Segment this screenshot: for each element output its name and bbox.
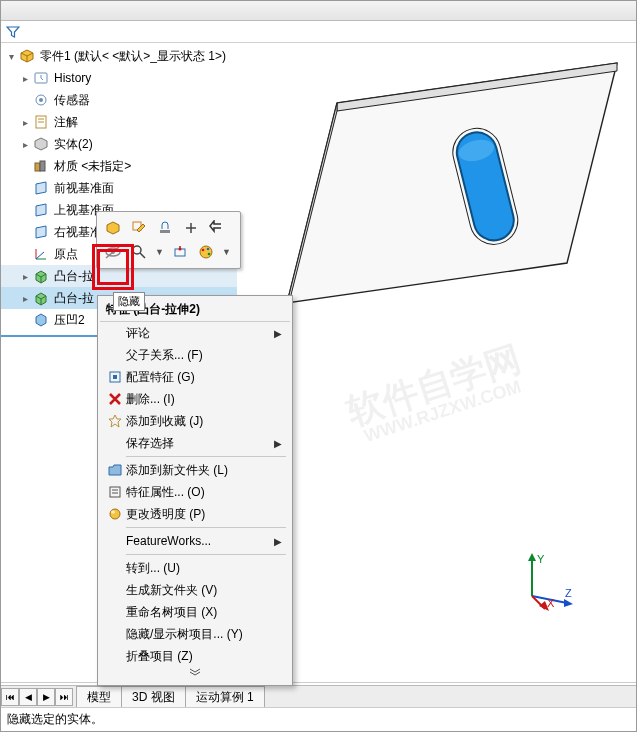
tab-nav-prev[interactable]: ◀	[19, 688, 37, 706]
tree-item-label: 材质 <未指定>	[54, 158, 131, 175]
menu-expand-button[interactable]	[100, 667, 290, 683]
delete-icon	[104, 390, 126, 408]
folder-icon	[104, 461, 126, 479]
menu-item-label: 特征属性... (O)	[126, 484, 282, 501]
undo-button[interactable]	[207, 218, 227, 238]
menu-item-label: 隐藏/显示树项目... (Y)	[126, 626, 282, 643]
tab-nav-last[interactable]: ⏭	[55, 688, 73, 706]
svg-marker-27	[564, 599, 573, 607]
svg-line-40	[140, 253, 145, 258]
expander-icon[interactable]: ▸	[19, 138, 31, 150]
hide-button[interactable]	[103, 242, 123, 262]
filter-icon[interactable]	[5, 24, 21, 40]
context-menu: 特征 (凸台-拉伸2) 评论▶父子关系... (F)配置特征 (G)删除... …	[97, 295, 293, 686]
expander-icon[interactable]: ▸	[19, 292, 31, 304]
sensor-icon	[32, 92, 50, 108]
menu-item[interactable]: 配置特征 (G)	[100, 366, 290, 388]
menu-separator	[126, 456, 286, 457]
suppress-button[interactable]	[155, 218, 175, 238]
note-icon	[32, 114, 50, 130]
tree-item-label: 凸台-拉	[54, 268, 94, 285]
view-tab[interactable]: 模型	[76, 686, 122, 708]
expander-icon[interactable]	[19, 160, 31, 172]
edit-feature-button[interactable]	[103, 218, 123, 238]
expander-icon[interactable]: ▸	[19, 116, 31, 128]
dropdown-icon[interactable]: ▼	[222, 247, 231, 257]
svg-point-54	[111, 511, 115, 514]
blank-icon	[104, 324, 126, 342]
menu-item-label: FeatureWorks...	[126, 534, 274, 548]
menu-item[interactable]: 转到... (U)	[100, 557, 290, 579]
expander-icon[interactable]: ▸	[19, 72, 31, 84]
bottom-tab-bar: ⏮ ◀ ▶ ⏭ 模型3D 视图运动算例 1	[1, 685, 636, 707]
part-icon	[18, 48, 36, 64]
blank-icon	[104, 346, 126, 364]
tree-item-label: 传感器	[54, 92, 90, 109]
menu-item[interactable]: FeatureWorks...▶	[100, 530, 290, 552]
expander-icon[interactable]	[19, 204, 31, 216]
expander-icon[interactable]	[19, 182, 31, 194]
model-graphics	[257, 33, 637, 453]
menu-item[interactable]: 添加到收藏 (J)	[100, 410, 290, 432]
menu-item[interactable]: 隐藏/显示树项目... (Y)	[100, 623, 290, 645]
plane-icon	[32, 202, 50, 218]
menu-item-label: 评论	[126, 325, 274, 342]
svg-point-44	[200, 246, 212, 258]
fav-icon	[104, 412, 126, 430]
svg-rect-50	[110, 487, 120, 497]
menu-item[interactable]: 添加到新文件夹 (L)	[100, 459, 290, 481]
svg-text:X: X	[547, 597, 555, 609]
zoom-button[interactable]	[129, 242, 149, 262]
tab-nav-next[interactable]: ▶	[37, 688, 55, 706]
menu-item[interactable]: 更改透明度 (P)	[100, 503, 290, 525]
menu-item[interactable]: 保存选择▶	[100, 432, 290, 454]
svg-rect-7	[40, 161, 45, 171]
dropdown-icon[interactable]: ▼	[155, 247, 164, 257]
menu-item[interactable]: 重命名树项目 (X)	[100, 601, 290, 623]
menu-item[interactable]: 折叠项目 (Z)	[100, 645, 290, 667]
menu-item-label: 添加到新文件夹 (L)	[126, 462, 282, 479]
menu-item[interactable]: 特征属性... (O)	[100, 481, 290, 503]
config-icon	[104, 368, 126, 386]
submenu-arrow-icon: ▶	[274, 328, 282, 339]
menu-item-label: 父子关系... (F)	[126, 347, 282, 364]
material-icon	[32, 158, 50, 174]
svg-text:Z: Z	[565, 587, 572, 599]
menu-item-label: 重命名树项目 (X)	[126, 604, 282, 621]
expander-icon[interactable]	[19, 94, 31, 106]
extrude-icon	[32, 290, 50, 306]
svg-rect-49	[113, 375, 117, 379]
extrude-icon	[32, 268, 50, 284]
transp-icon	[104, 505, 126, 523]
menu-item[interactable]: 删除... (I)	[100, 388, 290, 410]
menu-item[interactable]: 父子关系... (F)	[100, 344, 290, 366]
appearance-button[interactable]	[196, 242, 216, 262]
normal-to-button[interactable]	[170, 242, 190, 262]
rollback-button[interactable]	[181, 218, 201, 238]
view-tab[interactable]: 3D 视图	[121, 686, 186, 708]
tab-nav-first[interactable]: ⏮	[1, 688, 19, 706]
expander-icon[interactable]: ▸	[19, 270, 31, 282]
context-toolbar: ▼ ▼	[96, 211, 241, 269]
svg-point-47	[208, 253, 211, 256]
menu-item[interactable]: 评论▶	[100, 322, 290, 344]
expander-icon[interactable]: ▾	[5, 50, 17, 62]
tab-nav: ⏮ ◀ ▶ ⏭	[1, 688, 73, 706]
svg-text:Y: Y	[537, 553, 545, 565]
menu-item-label: 生成新文件夹 (V)	[126, 582, 282, 599]
view-tab[interactable]: 运动算例 1	[185, 686, 265, 708]
svg-point-53	[110, 509, 120, 519]
svg-point-45	[202, 249, 205, 252]
blank-icon	[104, 434, 126, 452]
expander-icon[interactable]	[19, 248, 31, 260]
expander-icon[interactable]	[19, 226, 31, 238]
blank-icon	[104, 603, 126, 621]
menu-separator	[126, 527, 286, 528]
tree-item-label: 压凹2	[54, 312, 85, 329]
menu-item[interactable]: 生成新文件夹 (V)	[100, 579, 290, 601]
plane-icon	[32, 224, 50, 240]
edit-sketch-button[interactable]	[129, 218, 149, 238]
graphics-viewport[interactable]: 软件自学网 WWW.RJZXW.COM Y Z X	[237, 43, 636, 681]
expander-icon[interactable]	[19, 314, 31, 326]
tooltip-text: 隐藏	[118, 295, 140, 307]
